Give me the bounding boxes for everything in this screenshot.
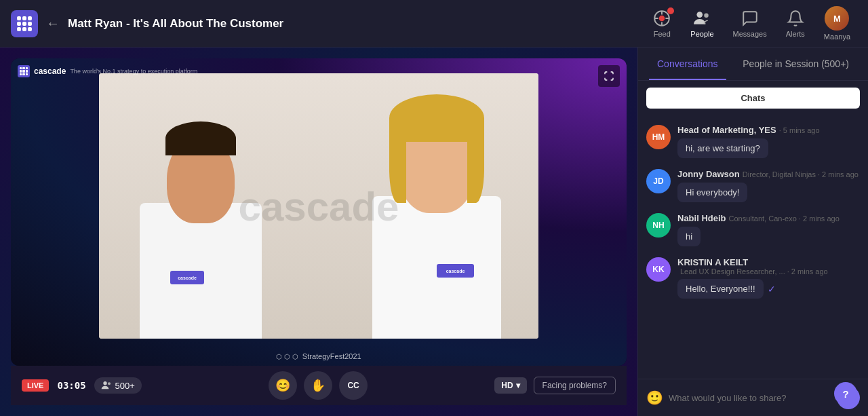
- right-panel: Conversations People in Session (500+) C…: [637, 48, 868, 416]
- people-label: People: [690, 30, 713, 38]
- message-body: Jonny Dawson Director, Digital Ninjas · …: [677, 169, 860, 202]
- time-display: 03:05: [57, 380, 85, 391]
- cascade-brand-bar: cascade The world's No.1 strategy to exe…: [18, 65, 197, 77]
- nav-alerts[interactable]: Alerts: [779, 6, 812, 41]
- message-body: Head of Marketing, YES · 5 mins ago hi, …: [677, 125, 860, 158]
- sender-name: Nabil Hdeib: [677, 213, 726, 223]
- chat-message: JD Jonny Dawson Director, Digital Ninjas…: [638, 164, 868, 208]
- chats-button[interactable]: Chats: [646, 88, 860, 109]
- message-text: hi, are we starting?: [677, 138, 768, 158]
- hd-quality-button[interactable]: HD ▾: [494, 377, 526, 394]
- expand-button[interactable]: [598, 65, 620, 87]
- chat-input[interactable]: [669, 393, 831, 403]
- tab-conversations[interactable]: Conversations: [649, 48, 726, 80]
- svg-point-7: [705, 13, 709, 18]
- message-body: Nabil Hdeib Consultant, Can-exo · 2 mins…: [677, 213, 860, 246]
- expand-icon: [604, 71, 614, 81]
- back-button[interactable]: ←: [46, 16, 60, 31]
- check-icon: ✓: [768, 284, 776, 295]
- message-time: · 5 mins ago: [779, 126, 820, 134]
- audience-number: 500+: [115, 381, 135, 391]
- message-text: Hello, Everyone!!!: [677, 279, 764, 299]
- panel-tabs: Conversations People in Session (500+): [638, 48, 868, 81]
- avatar: KK: [646, 257, 671, 282]
- svg-point-9: [108, 382, 111, 385]
- app-logo[interactable]: [11, 10, 38, 37]
- messages-label: Messages: [733, 30, 767, 38]
- alerts-icon: [787, 10, 804, 27]
- sender-name: KRISTIN A KEILT: [677, 257, 748, 267]
- cascade-tagline: The world's No.1 strategy to execution p…: [70, 68, 197, 75]
- chat-message: HM Head of Marketing, YES · 5 mins ago h…: [638, 119, 868, 164]
- tab-people-in-session[interactable]: People in Session (500+): [734, 48, 857, 80]
- cascade-bg-logo: cascade: [239, 183, 399, 229]
- svg-point-6: [697, 12, 703, 18]
- sender-role: Director, Digital Ninjas · 2 mins ago: [743, 170, 859, 178]
- message-text: hi: [677, 227, 701, 246]
- controls-right: HD ▾ Facing problems?: [494, 377, 616, 394]
- nav-user-avatar[interactable]: M Maanya: [817, 3, 857, 43]
- video-frame: cascade: [99, 73, 538, 339]
- nav-feed[interactable]: Feed: [646, 6, 678, 41]
- svg-point-1: [659, 16, 665, 22]
- nav-icons: Feed People Messages: [646, 3, 857, 43]
- watermark-text: StrategyFest2021: [302, 352, 361, 360]
- page-title: Matt Ryan - It's All About The Customer: [68, 17, 646, 31]
- sender-role: Consultant, Can-exo · 2 mins ago: [729, 214, 840, 223]
- chat-messages: HM Head of Marketing, YES · 5 mins ago h…: [638, 115, 868, 379]
- controls-center: 😊 ✋ CC: [150, 371, 486, 400]
- chevron-down-icon: ▾: [516, 381, 520, 390]
- nav-messages[interactable]: Messages: [726, 6, 774, 41]
- controls-bar: LIVE 03:05 500+ 😊 ✋ CC HD ▾: [11, 366, 627, 405]
- nav-people[interactable]: People: [684, 6, 720, 41]
- chat-message: NH Nabil Hdeib Consultant, Can-exo · 2 m…: [638, 208, 868, 252]
- chat-input-area: 🙂: [638, 379, 868, 416]
- cc-button[interactable]: CC: [339, 371, 368, 400]
- main-content: cascade The world's No.1 strategy to exe…: [0, 48, 868, 416]
- video-container: cascade The world's No.1 strategy to exe…: [11, 58, 627, 366]
- hd-label: HD: [501, 381, 513, 390]
- audience-count: 500+: [94, 377, 142, 394]
- alerts-label: Alerts: [786, 30, 805, 38]
- video-panel: cascade The world's No.1 strategy to exe…: [0, 48, 637, 416]
- user-name-label: Maanya: [824, 33, 850, 41]
- feed-label: Feed: [654, 30, 671, 38]
- avatar: HM: [646, 125, 671, 149]
- help-button[interactable]: ?: [834, 382, 857, 405]
- user-initials: M: [825, 6, 849, 31]
- raise-hand-button[interactable]: ✋: [304, 371, 332, 400]
- sender-name: Head of Marketing, YES: [677, 125, 776, 135]
- avatar: NH: [646, 213, 671, 238]
- live-badge: LIVE: [22, 379, 49, 392]
- svg-point-8: [103, 381, 106, 385]
- people-icon: [693, 10, 711, 27]
- message-body: KRISTIN A KEILT Lead UX Design Researche…: [677, 257, 860, 299]
- message-text: Hi everybody!: [677, 183, 747, 202]
- watermark: ⬡ ⬡ ⬡ StrategyFest2021: [276, 352, 361, 360]
- chat-message: KK KRISTIN A KEILT Lead UX Design Resear…: [638, 252, 868, 304]
- emoji-button[interactable]: 😊: [269, 371, 297, 400]
- sender-name: Jonny Dawson: [677, 169, 740, 179]
- audience-icon: [101, 380, 112, 391]
- avatar: JD: [646, 169, 671, 193]
- sender-role: Lead UX Design Researcher, ... · 2 mins …: [680, 267, 828, 276]
- emoji-picker-button[interactable]: 🙂: [646, 390, 663, 406]
- cascade-name: cascade: [34, 67, 66, 76]
- top-nav: ← Matt Ryan - It's All About The Custome…: [0, 0, 868, 48]
- cascade-logo-small: [18, 65, 30, 77]
- messages-icon: [741, 10, 759, 27]
- facing-problems-button[interactable]: Facing problems?: [534, 377, 616, 394]
